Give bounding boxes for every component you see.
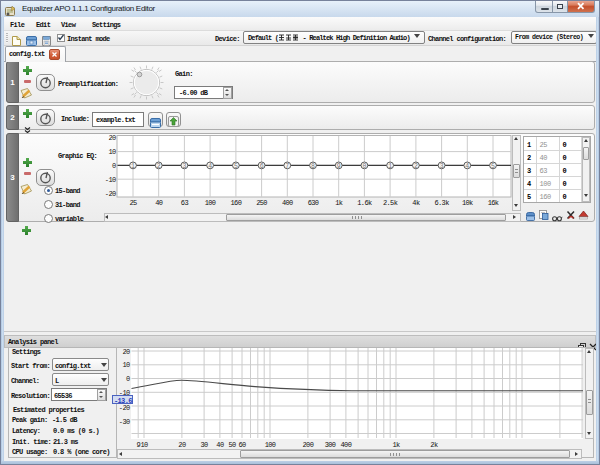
svg-text:250: 250	[256, 199, 267, 207]
svg-text:40: 40	[216, 441, 224, 449]
svg-text:63: 63	[181, 199, 189, 207]
svg-text:400: 400	[282, 199, 293, 207]
svg-text:30: 30	[201, 441, 209, 449]
svg-text:1.6k: 1.6k	[357, 199, 372, 207]
svg-text:4: 4	[208, 163, 212, 170]
svg-text:0: 0	[112, 162, 116, 170]
svg-text:1k: 1k	[335, 199, 343, 207]
svg-text:300: 300	[325, 441, 336, 449]
svg-text:100: 100	[205, 199, 216, 207]
svg-text:3: 3	[527, 167, 531, 175]
svg-text:16k: 16k	[488, 199, 499, 207]
svg-text:2.5k: 2.5k	[383, 199, 398, 207]
svg-text:-20: -20	[105, 190, 116, 198]
svg-text:100: 100	[540, 180, 551, 188]
svg-text:4k: 4k	[412, 199, 420, 207]
svg-text:2: 2	[414, 163, 418, 170]
svg-text:-10: -10	[105, 176, 116, 184]
svg-text:160: 160	[540, 193, 551, 201]
svg-text:40: 40	[540, 154, 548, 162]
svg-text:2: 2	[527, 154, 531, 162]
svg-text:3: 3	[440, 163, 444, 170]
svg-text:0: 0	[362, 163, 366, 170]
svg-text:9: 9	[337, 163, 341, 170]
svg-text:40: 40	[155, 199, 163, 207]
svg-text:20: 20	[178, 441, 186, 449]
svg-text:0: 0	[563, 167, 567, 175]
svg-text:1: 1	[131, 163, 135, 170]
svg-text:1: 1	[388, 163, 392, 170]
svg-text:4: 4	[465, 163, 469, 170]
svg-text:10k: 10k	[462, 199, 473, 207]
svg-text:6: 6	[260, 163, 264, 170]
svg-text:50: 50	[229, 441, 237, 449]
svg-text:160: 160	[231, 199, 242, 207]
svg-text:1k: 1k	[392, 441, 400, 449]
svg-text:8: 8	[311, 163, 315, 170]
svg-text:6.3k: 6.3k	[434, 199, 449, 207]
svg-text:5: 5	[491, 163, 495, 170]
svg-text:100: 100	[265, 441, 276, 449]
svg-text:630: 630	[308, 199, 319, 207]
svg-text:1: 1	[527, 141, 531, 149]
svg-text:20: 20	[108, 134, 116, 142]
svg-text:2: 2	[157, 163, 161, 170]
svg-text:5: 5	[527, 193, 531, 201]
svg-text:200: 200	[303, 441, 314, 449]
svg-text:0: 0	[563, 141, 567, 149]
svg-text:25: 25	[540, 141, 548, 149]
svg-text:0: 0	[563, 154, 567, 162]
svg-text:10: 10	[122, 361, 130, 369]
svg-text:60: 60	[238, 441, 246, 449]
svg-text:63: 63	[540, 167, 548, 175]
svg-text:20: 20	[122, 348, 130, 356]
svg-text:3: 3	[182, 163, 186, 170]
svg-text:2k: 2k	[430, 441, 438, 449]
svg-text:4: 4	[527, 180, 531, 188]
svg-text:-30: -30	[119, 418, 130, 426]
svg-text:0: 0	[563, 180, 567, 188]
svg-text:-20: -20	[119, 404, 130, 412]
svg-text:400: 400	[341, 441, 352, 449]
svg-text:0: 0	[563, 193, 567, 201]
svg-text:7: 7	[285, 163, 289, 170]
svg-text:25: 25	[129, 199, 137, 207]
svg-text:10: 10	[108, 148, 116, 156]
svg-text:5: 5	[234, 163, 238, 170]
svg-text:10: 10	[140, 441, 148, 449]
svg-text:0: 0	[126, 375, 130, 383]
